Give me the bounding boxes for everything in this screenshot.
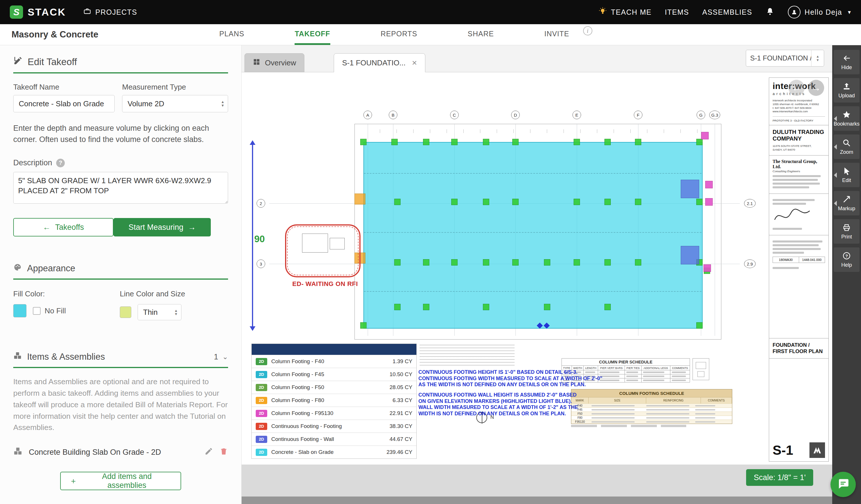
- tab-reports[interactable]: REPORTS: [381, 24, 417, 45]
- projects-nav[interactable]: PROJECTS: [83, 7, 137, 17]
- column-marker[interactable]: [574, 259, 580, 265]
- column-marker[interactable]: [391, 139, 398, 145]
- close-icon[interactable]: ×: [412, 58, 417, 68]
- slab-takeoff-highlight[interactable]: [364, 142, 702, 329]
- column-marker[interactable]: [483, 199, 489, 205]
- start-measuring-button[interactable]: Start Measuring →: [113, 218, 211, 236]
- next-sheet-button[interactable]: →: [808, 80, 824, 96]
- column-marker[interactable]: [512, 259, 519, 265]
- column-marker[interactable]: [483, 139, 489, 145]
- plan-canvas[interactable]: ← → 90 ED- WAITING ON RFI: [242, 72, 832, 465]
- legend-row[interactable]: 2DContinuous Footing - Wall44.67 CY: [252, 433, 416, 446]
- footing-marker-pink[interactable]: [703, 264, 711, 272]
- no-fill-checkbox[interactable]: [33, 307, 41, 315]
- legend-row[interactable]: 2DColumn Footing - F5028.05 CY: [252, 381, 416, 394]
- tab-plans[interactable]: PLANS: [219, 24, 244, 45]
- stepper-arrows-icon[interactable]: ▴▾: [811, 50, 824, 66]
- column-marker[interactable]: [512, 139, 519, 145]
- teach-me-button[interactable]: TEACH ME: [598, 7, 652, 17]
- column-marker[interactable]: [394, 199, 400, 205]
- column-marker[interactable]: [483, 259, 489, 265]
- column-marker[interactable]: [604, 259, 611, 265]
- wall-marker-purple[interactable]: [681, 246, 699, 264]
- legend-row[interactable]: 2DColumn Footing - F9513022.91 CY: [252, 407, 416, 420]
- chat-support-button[interactable]: [831, 472, 856, 497]
- legend-row[interactable]: 2DConcrete - Slab on Grade239.46 CY: [252, 446, 416, 459]
- tab-sheet-s1[interactable]: S-1 FOUNDATIO... ×: [334, 53, 425, 72]
- column-marker[interactable]: [544, 259, 550, 265]
- tool-markup[interactable]: Markup: [834, 191, 860, 215]
- footing-marker-pink[interactable]: [705, 181, 713, 188]
- footing-marker-orange[interactable]: [354, 193, 366, 204]
- legend-row[interactable]: 2DColumn Footing - F401.39 CY: [252, 355, 416, 368]
- help-question-icon[interactable]: ?: [56, 159, 65, 167]
- line-size-select[interactable]: Thin ▴▾: [138, 304, 181, 320]
- column-marker[interactable]: [635, 139, 641, 145]
- column-marker[interactable]: [604, 199, 611, 205]
- column-marker[interactable]: [483, 304, 489, 310]
- chevron-down-icon[interactable]: ⌄: [222, 353, 228, 361]
- tool-upload[interactable]: Upload: [834, 78, 860, 103]
- column-marker[interactable]: [423, 139, 429, 145]
- column-marker[interactable]: [696, 139, 702, 145]
- takeoff-name-input[interactable]: [13, 95, 114, 112]
- stack-app: S STACK PROJECTS TEACH ME ITEMS ASSEMBLI…: [0, 0, 861, 504]
- tool-help[interactable]: ?Help: [834, 247, 860, 272]
- legend-row[interactable]: 2DContinuous Footing - Footing38.30 CY: [252, 420, 416, 433]
- tab-takeoff[interactable]: TAKEOFF: [295, 24, 330, 45]
- items-nav[interactable]: ITEMS: [665, 8, 689, 16]
- tab-invite[interactable]: INVITE: [544, 24, 569, 45]
- wall-marker-purple[interactable]: [681, 180, 699, 198]
- fill-color-swatch[interactable]: [13, 304, 27, 317]
- takeoffs-back-button[interactable]: ← Takeoffs: [13, 218, 113, 236]
- assembly-list-item[interactable]: Concrete Building Slab On Grade - 2D: [13, 447, 228, 458]
- tool-zoom[interactable]: Zoom: [834, 135, 860, 159]
- tab-overview[interactable]: Overview: [245, 53, 304, 72]
- column-marker[interactable]: [451, 259, 457, 265]
- info-icon[interactable]: i: [583, 26, 592, 36]
- notifications-bell-icon[interactable]: [765, 7, 775, 17]
- footing-marker-pink[interactable]: [701, 132, 709, 139]
- column-marker[interactable]: [604, 139, 611, 145]
- tool-edit[interactable]: Edit: [834, 163, 860, 187]
- column-marker[interactable]: [635, 259, 641, 265]
- edit-pencil-icon[interactable]: [204, 447, 213, 458]
- legend-row[interactable]: 2DColumn Footing - F4510.50 CY: [252, 368, 416, 381]
- add-items-assemblies-button[interactable]: ＋ Add items and assemblies: [60, 472, 181, 490]
- tab-share[interactable]: SHARE: [468, 24, 494, 45]
- column-marker[interactable]: [696, 322, 702, 329]
- legend-row[interactable]: 2DColumn Footing - F806.33 CY: [252, 394, 416, 407]
- plan-selector[interactable]: S-1 FOUNDATION / FII ▴▾: [746, 50, 824, 67]
- delete-trash-icon[interactable]: [219, 447, 228, 458]
- address-line: SANDY, UT 84070: [773, 148, 825, 152]
- prev-sheet-button[interactable]: ←: [789, 80, 805, 96]
- line-color-swatch[interactable]: [120, 307, 131, 318]
- tool-hide[interactable]: Hide: [834, 50, 860, 74]
- flyout-chevron-icon: [834, 173, 837, 178]
- column-marker[interactable]: [423, 304, 429, 310]
- column-marker[interactable]: [451, 199, 457, 205]
- column-marker[interactable]: [604, 304, 611, 310]
- column-marker[interactable]: [574, 139, 580, 145]
- column-marker[interactable]: [360, 139, 367, 145]
- column-marker[interactable]: [423, 259, 429, 265]
- column-marker[interactable]: [512, 199, 519, 205]
- assemblies-nav[interactable]: ASSEMBLIES: [702, 8, 752, 16]
- top-bar: S STACK PROJECTS TEACH ME ITEMS ASSEMBLI…: [0, 0, 861, 24]
- user-menu[interactable]: Hello Deja ▾: [788, 6, 851, 18]
- footing-marker-pink[interactable]: [705, 198, 713, 206]
- description-textarea[interactable]: 5" SLAB ON GRADE W/ 1 LAYER WWR 6X6-W2.9…: [13, 172, 228, 204]
- flyout-chevron-icon: [834, 201, 837, 206]
- tool-print[interactable]: Print: [834, 219, 860, 244]
- measurement-type-select[interactable]: Volume 2D ▴▾: [122, 95, 228, 112]
- column-marker[interactable]: [696, 199, 702, 205]
- column-marker[interactable]: [394, 304, 400, 310]
- tool-bookmarks[interactable]: Bookmarks: [834, 106, 860, 131]
- column-marker[interactable]: [574, 199, 580, 205]
- column-marker[interactable]: [394, 259, 400, 265]
- column-marker[interactable]: [360, 322, 367, 329]
- column-marker[interactable]: [635, 199, 641, 205]
- column-marker[interactable]: [451, 139, 457, 145]
- column-marker[interactable]: [544, 304, 550, 310]
- stack-logo-icon[interactable]: S: [10, 5, 23, 19]
